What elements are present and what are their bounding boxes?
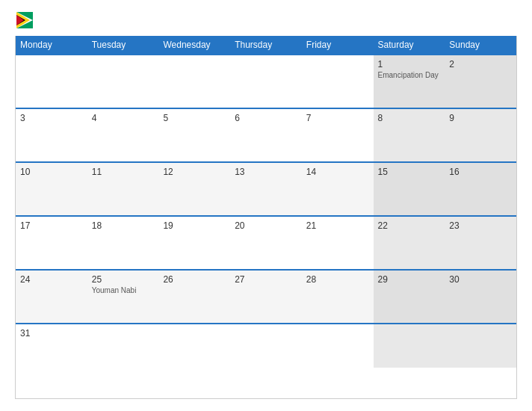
day-number: 21 bbox=[306, 220, 369, 231]
calendar-cell: 25Youman Nabi bbox=[87, 271, 159, 323]
calendar-row: 1Emancipation Day2 bbox=[16, 54, 516, 108]
day-number: 11 bbox=[92, 167, 155, 177]
calendar-header-cell: Sunday bbox=[445, 36, 516, 54]
calendar-cell: 13 bbox=[230, 163, 302, 215]
day-number: 16 bbox=[449, 167, 512, 177]
calendar-cell bbox=[302, 55, 374, 108]
day-number: 7 bbox=[306, 113, 369, 123]
day-event: Emancipation Day bbox=[378, 71, 441, 80]
day-number: 13 bbox=[235, 167, 297, 177]
calendar-cell: 6 bbox=[230, 109, 302, 161]
calendar-cell: 18 bbox=[87, 217, 159, 269]
page: MondayTuesdayWednesdayThursdayFridaySatu… bbox=[0, 0, 532, 411]
calendar-header: MondayTuesdayWednesdayThursdayFridaySatu… bbox=[16, 36, 516, 54]
calendar-cell: 17 bbox=[16, 217, 87, 269]
day-number: 10 bbox=[20, 167, 83, 177]
calendar-cell: 24 bbox=[16, 271, 87, 323]
calendar-cell: 10 bbox=[16, 163, 87, 215]
calendar-cell: 30 bbox=[445, 271, 516, 323]
calendar-cell bbox=[302, 324, 374, 368]
day-number: 1 bbox=[378, 59, 441, 69]
day-number: 24 bbox=[20, 274, 83, 285]
calendar-cell: 8 bbox=[374, 109, 445, 161]
logo bbox=[15, 12, 33, 28]
calendar-header-cell: Thursday bbox=[230, 36, 302, 54]
day-number: 22 bbox=[378, 220, 441, 231]
day-number: 2 bbox=[449, 59, 512, 69]
calendar-cell bbox=[158, 55, 230, 108]
calendar-cell bbox=[374, 324, 445, 368]
calendar-cell: 7 bbox=[302, 109, 374, 161]
calendar-cell: 22 bbox=[374, 217, 445, 269]
calendar-cell: 11 bbox=[87, 163, 159, 215]
calendar-cell: 28 bbox=[302, 271, 374, 323]
calendar-cell: 2 bbox=[445, 55, 516, 108]
calendar-header-cell: Saturday bbox=[374, 36, 445, 54]
day-number: 4 bbox=[92, 113, 155, 123]
calendar-cell: 5 bbox=[158, 109, 230, 161]
day-number: 28 bbox=[306, 274, 369, 285]
calendar: MondayTuesdayWednesdayThursdayFridaySatu… bbox=[15, 36, 517, 399]
calendar-cell: 31 bbox=[16, 324, 87, 368]
calendar-cell: 14 bbox=[302, 163, 374, 215]
calendar-cell: 1Emancipation Day bbox=[374, 55, 445, 108]
calendar-cell: 26 bbox=[158, 271, 230, 323]
calendar-cell: 15 bbox=[374, 163, 445, 215]
calendar-header-cell: Friday bbox=[302, 36, 374, 54]
calendar-cell bbox=[87, 324, 159, 368]
calendar-cell: 9 bbox=[445, 109, 516, 161]
day-number: 8 bbox=[378, 113, 441, 123]
day-number: 15 bbox=[378, 167, 441, 177]
calendar-cell: 29 bbox=[374, 271, 445, 323]
day-number: 27 bbox=[235, 274, 297, 285]
calendar-cell bbox=[230, 55, 302, 108]
calendar-cell bbox=[158, 324, 230, 368]
calendar-cell: 27 bbox=[230, 271, 302, 323]
calendar-cell: 21 bbox=[302, 217, 374, 269]
day-number: 3 bbox=[20, 113, 83, 123]
day-number: 14 bbox=[306, 167, 369, 177]
calendar-cell bbox=[230, 324, 302, 368]
day-number: 18 bbox=[92, 220, 155, 231]
day-number: 17 bbox=[20, 220, 83, 231]
day-number: 20 bbox=[235, 220, 297, 231]
calendar-row: 10111213141516 bbox=[16, 161, 516, 215]
calendar-cell bbox=[445, 324, 516, 368]
day-event: Youman Nabi bbox=[92, 286, 155, 295]
calendar-row: 3456789 bbox=[16, 108, 516, 161]
calendar-cell bbox=[16, 55, 87, 108]
day-number: 26 bbox=[163, 274, 226, 285]
calendar-body: 1Emancipation Day23456789101112131415161… bbox=[16, 54, 516, 368]
calendar-header-cell: Wednesday bbox=[158, 36, 230, 54]
calendar-cell bbox=[87, 55, 159, 108]
day-number: 29 bbox=[378, 274, 441, 285]
day-number: 9 bbox=[449, 113, 512, 123]
calendar-cell: 23 bbox=[445, 217, 516, 269]
calendar-header-cell: Tuesday bbox=[87, 36, 159, 54]
day-number: 12 bbox=[163, 167, 226, 177]
calendar-cell: 16 bbox=[445, 163, 516, 215]
calendar-cell: 19 bbox=[158, 217, 230, 269]
day-number: 6 bbox=[235, 113, 297, 123]
calendar-cell: 20 bbox=[230, 217, 302, 269]
calendar-row: 17181920212223 bbox=[16, 215, 516, 269]
day-number: 25 bbox=[92, 274, 155, 285]
day-number: 5 bbox=[163, 113, 226, 123]
day-number: 30 bbox=[449, 274, 512, 285]
calendar-cell: 4 bbox=[87, 109, 159, 161]
day-number: 31 bbox=[20, 328, 83, 339]
day-number: 19 bbox=[163, 220, 226, 231]
header bbox=[15, 12, 517, 28]
logo-flag-icon bbox=[16, 12, 33, 28]
calendar-cell: 3 bbox=[16, 109, 87, 161]
calendar-row: 31 bbox=[16, 323, 516, 368]
calendar-row: 2425Youman Nabi2627282930 bbox=[16, 269, 516, 323]
calendar-cell: 12 bbox=[158, 163, 230, 215]
day-number: 23 bbox=[449, 220, 512, 231]
calendar-header-cell: Monday bbox=[16, 36, 87, 54]
